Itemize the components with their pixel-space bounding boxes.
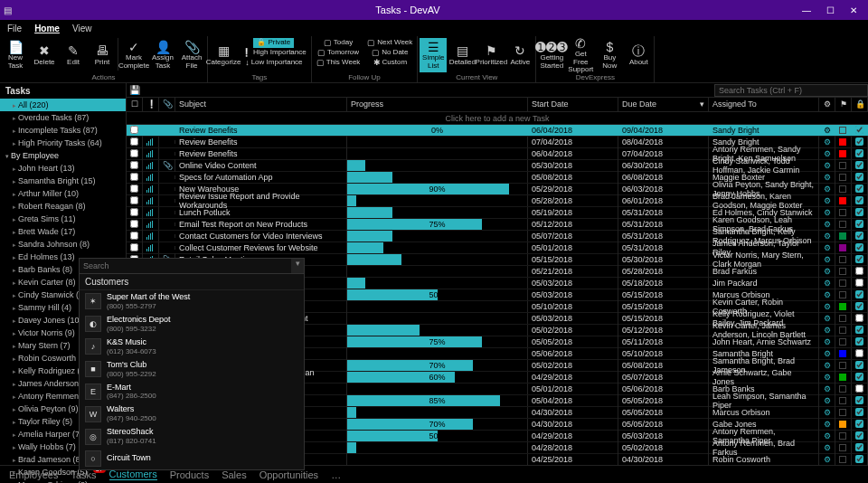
row-gear-icon[interactable]: ⚙ bbox=[824, 431, 831, 440]
complete-checkbox[interactable] bbox=[130, 161, 138, 169]
row-gear-icon[interactable]: ⚙ bbox=[824, 349, 831, 358]
row-lock-checkbox[interactable] bbox=[855, 173, 863, 181]
row-gear-icon[interactable]: ⚙ bbox=[824, 455, 831, 464]
nav-item[interactable]: Brett Wade (17) bbox=[0, 225, 126, 238]
col-assigned-header[interactable]: Assigned To bbox=[709, 98, 819, 111]
row-gear-icon[interactable]: ⚙ bbox=[824, 137, 831, 147]
row-gear-icon[interactable]: ⚙ bbox=[824, 243, 831, 252]
row-gear-icon[interactable]: ⚙ bbox=[824, 408, 831, 417]
customer-item[interactable]: ○ Circuit Town bbox=[80, 448, 304, 469]
row-gear-icon[interactable]: ⚙ bbox=[824, 161, 831, 170]
row-flag[interactable] bbox=[835, 325, 852, 336]
row-lock-checkbox[interactable] bbox=[855, 126, 863, 134]
complete-checkbox[interactable] bbox=[130, 173, 138, 181]
row-gear-icon[interactable]: ⚙ bbox=[824, 326, 831, 335]
view-prioritized[interactable]: ⚑Prioritized bbox=[477, 38, 505, 72]
row-lock-checkbox[interactable] bbox=[855, 220, 863, 228]
complete-checkbox[interactable] bbox=[130, 208, 138, 216]
mark-complete-button[interactable]: ✓Mark Complete bbox=[120, 38, 147, 72]
followup-nextweek[interactable]: ▢Next Week bbox=[364, 38, 415, 48]
row-flag[interactable] bbox=[835, 160, 852, 171]
col-icon-header[interactable]: 📎 bbox=[159, 98, 175, 111]
row-flag[interactable] bbox=[835, 254, 852, 265]
nav-employees[interactable]: Employees bbox=[9, 469, 58, 480]
row-gear-icon[interactable]: ⚙ bbox=[824, 396, 831, 405]
row-gear-icon[interactable]: ⚙ bbox=[824, 384, 831, 393]
nav-item[interactable]: Arthur Miller (10) bbox=[0, 187, 126, 200]
row-gear-icon[interactable]: ⚙ bbox=[824, 232, 831, 241]
customer-item[interactable]: ◐ Electronics Depot (800) 595-3232 bbox=[80, 313, 304, 336]
private-tag[interactable]: 🔒Private bbox=[239, 38, 309, 48]
row-gear-icon[interactable]: ⚙ bbox=[824, 208, 831, 217]
row-gear-icon[interactable]: ⚙ bbox=[824, 196, 831, 205]
row-flag[interactable] bbox=[835, 125, 852, 136]
row-lock-checkbox[interactable] bbox=[855, 373, 863, 381]
row-lock-checkbox[interactable] bbox=[855, 161, 863, 169]
nav-item[interactable]: By Employee bbox=[0, 149, 126, 162]
minimize-button[interactable]: — bbox=[796, 3, 817, 17]
row-flag[interactable] bbox=[835, 207, 852, 218]
col-lock-header[interactable]: 🔒 bbox=[852, 98, 868, 111]
row-lock-checkbox[interactable] bbox=[855, 361, 863, 369]
col-flag-header[interactable]: ⚑ bbox=[835, 98, 852, 111]
row-lock-checkbox[interactable] bbox=[855, 384, 863, 393]
row-lock-checkbox[interactable] bbox=[855, 267, 863, 275]
row-gear-icon[interactable]: ⚙ bbox=[824, 290, 831, 299]
nav-item[interactable]: Samantha Bright (15) bbox=[0, 175, 126, 187]
nav-products[interactable]: Products bbox=[170, 469, 209, 480]
row-flag[interactable] bbox=[835, 313, 852, 324]
row-lock-checkbox[interactable] bbox=[855, 314, 863, 322]
nav-more[interactable]: … bbox=[331, 469, 341, 480]
nav-item[interactable]: All (220) bbox=[0, 99, 126, 111]
row-lock-checkbox[interactable] bbox=[855, 455, 863, 463]
complete-checkbox[interactable] bbox=[130, 149, 138, 157]
row-lock-checkbox[interactable] bbox=[855, 149, 863, 157]
nav-item[interactable]: Robert Reagan (8) bbox=[0, 200, 126, 213]
row-lock-checkbox[interactable] bbox=[855, 196, 863, 204]
row-gear-icon[interactable]: ⚙ bbox=[824, 149, 831, 158]
row-lock-checkbox[interactable] bbox=[855, 137, 863, 146]
row-gear-icon[interactable]: ⚙ bbox=[824, 220, 831, 229]
nav-item[interactable]: Overdue Tasks (87) bbox=[0, 111, 126, 124]
nav-item[interactable]: John Heart (13) bbox=[0, 162, 126, 175]
nav-item[interactable]: High Priority Tasks (64) bbox=[0, 137, 126, 149]
row-gear-icon[interactable]: ⚙ bbox=[824, 302, 831, 311]
popup-dropdown-icon[interactable]: ▾ bbox=[291, 259, 304, 273]
row-gear-icon[interactable]: ⚙ bbox=[824, 267, 831, 276]
menu-file[interactable]: File bbox=[7, 24, 22, 33]
row-gear-icon[interactable]: ⚙ bbox=[824, 255, 831, 264]
col-due-header[interactable]: Due Date ▾ bbox=[618, 98, 709, 111]
row-flag[interactable] bbox=[835, 137, 852, 147]
row-lock-checkbox[interactable] bbox=[855, 290, 863, 298]
customer-item[interactable]: ♪ K&S Music (612) 304-6073 bbox=[80, 336, 304, 358]
row-flag[interactable] bbox=[835, 407, 852, 418]
edit-button[interactable]: ✎Edit bbox=[60, 38, 87, 72]
get-free-support-button[interactable]: ✆Get Free Support bbox=[567, 38, 594, 72]
close-button[interactable]: ✕ bbox=[843, 3, 864, 17]
row-gear-icon[interactable]: ⚙ bbox=[824, 126, 831, 135]
followup-thisweek[interactable]: ▢This Week bbox=[314, 58, 363, 68]
row-lock-checkbox[interactable] bbox=[855, 243, 863, 251]
buy-now-button[interactable]: $Buy Now bbox=[596, 38, 623, 72]
nav-item[interactable]: Greta Sims (11) bbox=[0, 213, 126, 225]
nav-sales[interactable]: Sales bbox=[222, 469, 247, 480]
complete-checkbox[interactable] bbox=[130, 232, 138, 240]
row-flag[interactable] bbox=[835, 372, 852, 383]
followup-tomorrow[interactable]: ▢Tomorrow bbox=[314, 48, 363, 58]
row-flag[interactable] bbox=[835, 184, 852, 194]
row-flag[interactable] bbox=[835, 278, 852, 289]
row-flag[interactable] bbox=[835, 301, 852, 312]
row-gear-icon[interactable]: ⚙ bbox=[824, 337, 831, 346]
complete-checkbox[interactable] bbox=[130, 220, 138, 228]
col-complete-header[interactable]: ☐ bbox=[127, 98, 143, 111]
row-flag[interactable] bbox=[835, 289, 852, 300]
row-lock-checkbox[interactable] bbox=[855, 185, 863, 193]
row-lock-checkbox[interactable] bbox=[855, 326, 863, 334]
getting-started-button[interactable]: ➊➋➌Getting Started bbox=[538, 38, 565, 72]
row-flag[interactable] bbox=[835, 336, 852, 347]
followup-nodate[interactable]: ▢No Date bbox=[364, 48, 415, 58]
row-gear-icon[interactable]: ⚙ bbox=[824, 279, 831, 288]
app-menu-icon[interactable]: ▤ bbox=[4, 5, 20, 15]
menu-home[interactable]: Home bbox=[34, 24, 60, 33]
print-button[interactable]: 🖶Print bbox=[89, 38, 116, 72]
